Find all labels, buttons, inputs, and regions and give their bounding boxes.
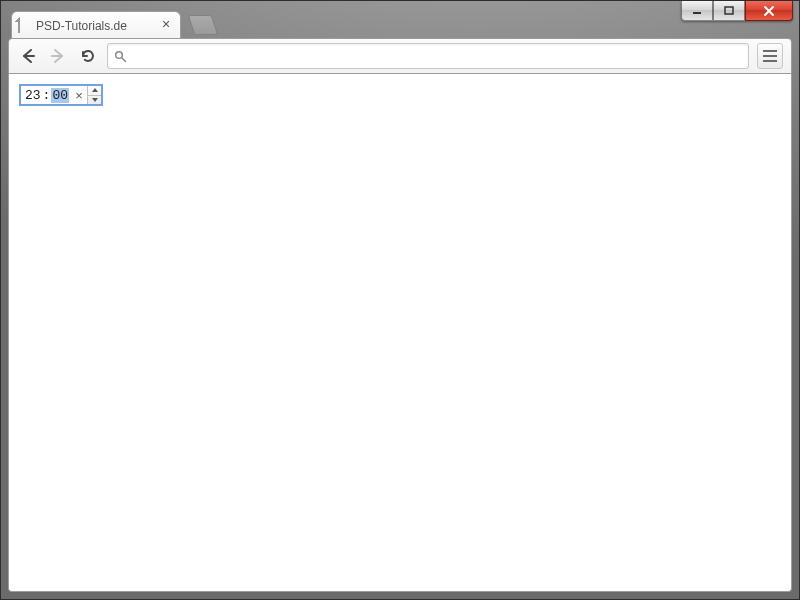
tab-close-button[interactable]: × [160, 19, 172, 31]
time-input[interactable]: 23 : 00 × [19, 84, 103, 106]
time-spinner [87, 86, 101, 104]
page-viewport: 23 : 00 × [8, 74, 792, 592]
close-icon [763, 5, 775, 17]
arrow-left-icon [19, 47, 37, 65]
hamburger-icon [763, 55, 777, 57]
chevron-down-icon [92, 98, 98, 102]
time-step-up-button[interactable] [88, 86, 101, 95]
menu-button[interactable] [757, 43, 783, 69]
back-button[interactable] [17, 45, 39, 67]
forward-button[interactable] [47, 45, 69, 67]
new-tab-button[interactable] [188, 15, 218, 35]
file-icon [18, 18, 32, 34]
close-button[interactable] [745, 1, 793, 21]
browser-window: PSD-Tutorials.de × 23 : [0, 0, 800, 600]
svg-line-5 [122, 58, 126, 62]
reload-button[interactable] [77, 45, 99, 67]
minimize-button[interactable] [681, 1, 713, 21]
svg-rect-1 [725, 7, 733, 14]
time-hours-segment[interactable]: 23 [24, 88, 42, 103]
maximize-icon [724, 6, 734, 16]
maximize-button[interactable] [713, 1, 745, 21]
search-icon [114, 50, 127, 63]
tab-active[interactable]: PSD-Tutorials.de × [11, 11, 181, 39]
time-minutes-segment[interactable]: 00 [51, 88, 69, 103]
toolbar [8, 38, 792, 74]
page-body: 23 : 00 × [9, 74, 791, 116]
time-step-down-button[interactable] [88, 95, 101, 105]
time-clear-button[interactable]: × [73, 88, 85, 103]
reload-icon [79, 47, 97, 65]
svg-point-4 [116, 51, 123, 58]
minimize-icon [692, 7, 702, 15]
tab-strip: PSD-Tutorials.de × [11, 11, 629, 39]
time-separator: : [42, 88, 52, 103]
address-input[interactable] [133, 49, 742, 64]
arrow-right-icon [49, 47, 67, 65]
chevron-up-icon [92, 88, 98, 92]
svg-rect-0 [693, 12, 701, 14]
address-bar[interactable] [107, 43, 749, 69]
window-controls [681, 1, 793, 23]
tab-title: PSD-Tutorials.de [36, 19, 127, 33]
